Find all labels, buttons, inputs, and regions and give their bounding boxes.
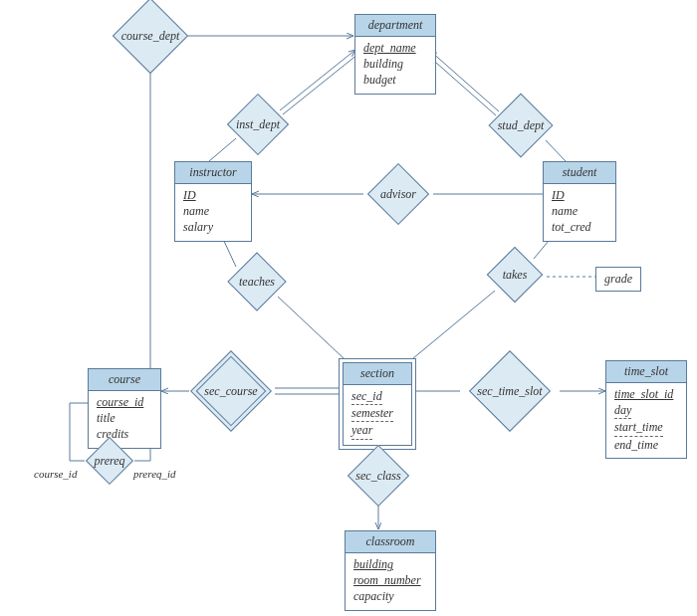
entity-section: section sec_id semester year xyxy=(343,362,412,446)
entity-title: student xyxy=(544,162,615,184)
svg-line-6 xyxy=(427,55,496,115)
entity-time-slot: time_slot time_slot_id day start_time en… xyxy=(605,360,687,459)
entity-classroom: classroom building room_number capacity xyxy=(345,530,436,611)
entity-attrs: time_slot_id day start_time end_time xyxy=(606,383,686,458)
entity-department: department dept_name building budget xyxy=(354,14,436,95)
entity-title: classroom xyxy=(346,531,435,553)
rel-prereq: prereq xyxy=(93,444,126,478)
rel-course-dept: course_dept xyxy=(123,9,177,63)
entity-title: department xyxy=(355,15,435,37)
entity-title: instructor xyxy=(175,162,251,184)
svg-line-11 xyxy=(278,297,344,358)
entity-attrs: course_id title credits xyxy=(89,391,160,448)
svg-line-2 xyxy=(280,50,355,110)
svg-line-3 xyxy=(283,54,358,114)
attr-grade: grade xyxy=(595,267,641,292)
role-course-id: course_id xyxy=(34,468,77,480)
entity-instructor: instructor ID name salary xyxy=(174,161,252,242)
entity-student: student ID name tot_cred xyxy=(543,161,616,242)
entity-attrs: ID name salary xyxy=(175,184,251,241)
svg-line-7 xyxy=(546,140,566,161)
rel-stud-dept: stud_dept xyxy=(498,103,544,148)
role-prereq-id: prereq_id xyxy=(133,468,176,480)
svg-line-13 xyxy=(413,291,495,358)
entity-title: course xyxy=(89,369,160,391)
rel-takes: takes xyxy=(495,255,535,295)
entity-title: section xyxy=(344,363,411,385)
rel-sec-class: sec_class xyxy=(356,454,400,498)
rel-teaches: teaches xyxy=(236,261,278,303)
entity-course: course course_id title credits xyxy=(88,368,161,449)
entity-attrs: ID name tot_cred xyxy=(544,184,615,241)
entity-attrs: dept_name building budget xyxy=(355,37,435,94)
rel-sec-course: sec_course xyxy=(206,366,256,416)
rel-advisor: advisor xyxy=(376,172,420,216)
svg-line-5 xyxy=(430,51,499,111)
rel-sec-time-slot: sec_time_slot xyxy=(481,362,539,420)
svg-line-4 xyxy=(209,138,236,161)
entity-title: time_slot xyxy=(606,361,686,383)
entity-attrs: sec_id semester year xyxy=(344,385,411,445)
entity-attrs: building room_number capacity xyxy=(346,553,435,610)
rel-inst-dept: inst_dept xyxy=(236,103,280,146)
